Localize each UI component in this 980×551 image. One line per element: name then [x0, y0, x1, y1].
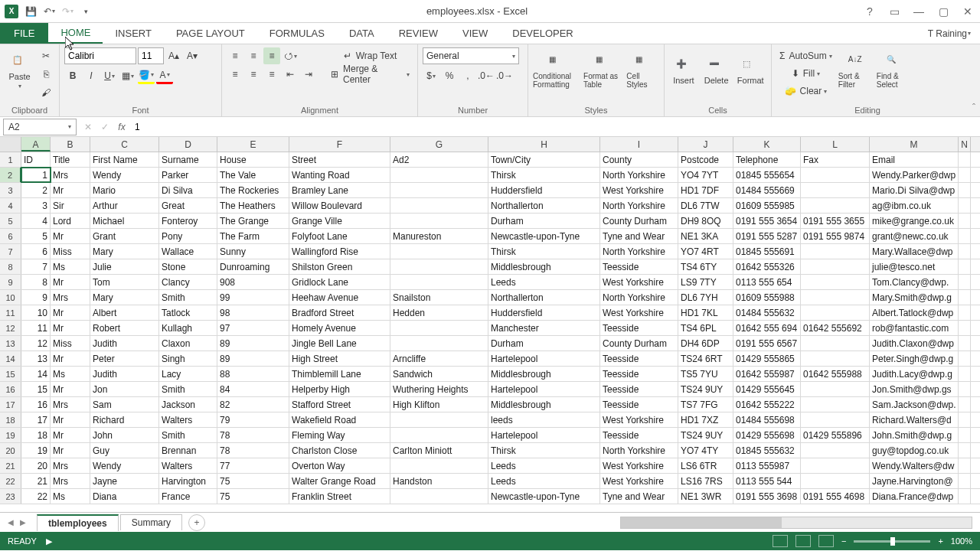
orientation-icon[interactable]: ⭯▾: [282, 47, 299, 64]
cell[interactable]: Tom: [90, 275, 159, 289]
cell[interactable]: [801, 351, 870, 366]
cell[interactable]: Postcode: [678, 152, 733, 167]
maximize-icon[interactable]: ▢: [936, 4, 951, 19]
increase-indent-icon[interactable]: ⇥: [300, 66, 317, 83]
cell[interactable]: Tatlock: [159, 305, 217, 320]
cell[interactable]: 01484 555698: [733, 412, 801, 427]
cell[interactable]: 2: [21, 183, 51, 197]
cell[interactable]: Wendy: [90, 168, 159, 182]
row-header[interactable]: 11: [0, 305, 21, 320]
cell[interactable]: 01609 555988: [733, 290, 801, 305]
row-header[interactable]: 15: [0, 367, 21, 381]
cell[interactable]: Mrs: [51, 168, 90, 182]
cell[interactable]: County Durham: [600, 336, 678, 350]
cell[interactable]: [390, 321, 488, 335]
cell[interactable]: Teesside: [600, 382, 678, 396]
row-header[interactable]: 8: [0, 259, 21, 274]
page-layout-view-icon[interactable]: [795, 535, 811, 547]
collapse-ribbon-icon[interactable]: ˆ: [972, 103, 975, 113]
cell[interactable]: West Yorkshire: [600, 474, 678, 488]
cell[interactable]: Teesside: [600, 351, 678, 366]
percent-format-icon[interactable]: %: [441, 67, 458, 84]
cell[interactable]: Mrs: [51, 458, 90, 473]
cell[interactable]: [959, 443, 971, 458]
cell[interactable]: Grange Ville: [289, 214, 390, 228]
cell[interactable]: Homely Avenue: [289, 321, 390, 335]
cell[interactable]: [959, 259, 971, 274]
cell[interactable]: 79: [217, 412, 289, 427]
cell[interactable]: Jingle Bell Lane: [289, 336, 390, 350]
cell[interactable]: Harvington: [159, 474, 217, 488]
cell[interactable]: TS24 6RT: [678, 351, 733, 366]
cell[interactable]: 01845 555654: [733, 168, 801, 182]
copy-icon[interactable]: ⎘: [38, 66, 54, 83]
cell[interactable]: 21: [21, 474, 51, 488]
cell[interactable]: 0191 555 3655: [801, 214, 870, 228]
cell[interactable]: 88: [217, 367, 289, 381]
bold-button[interactable]: B: [64, 67, 81, 84]
cell[interactable]: Dunroaming: [217, 259, 289, 274]
cell[interactable]: John.Smith@dwp.g: [870, 428, 959, 442]
row-header[interactable]: 9: [0, 275, 21, 289]
cell[interactable]: Teesside: [600, 367, 678, 381]
cell[interactable]: 908: [217, 275, 289, 289]
cell[interactable]: [801, 336, 870, 350]
zoom-out-icon[interactable]: −: [841, 536, 846, 546]
cell[interactable]: Leeds: [488, 275, 600, 289]
column-header[interactable]: L: [801, 137, 870, 152]
cell[interactable]: NE1 3WR: [678, 489, 733, 504]
cell[interactable]: 22: [21, 489, 51, 504]
cell[interactable]: [959, 275, 971, 289]
cell[interactable]: Thirsk: [488, 443, 600, 458]
cell[interactable]: 13: [21, 351, 51, 366]
fx-icon[interactable]: fx: [113, 122, 130, 132]
cell[interactable]: HD1 7XZ: [678, 412, 733, 427]
cell[interactable]: Ms: [51, 489, 90, 504]
cell[interactable]: 20: [21, 458, 51, 473]
cell[interactable]: Street: [289, 152, 390, 167]
cell[interactable]: 77: [217, 458, 289, 473]
row-header[interactable]: 4: [0, 198, 21, 213]
cell[interactable]: guy@topdog.co.uk: [870, 443, 959, 458]
cell[interactable]: Judith.Lacy@dwp.g: [870, 367, 959, 381]
cell[interactable]: Mary.Wallace@dwp: [870, 244, 959, 259]
cell[interactable]: Stafford Street: [289, 397, 390, 412]
cell[interactable]: The Grange: [217, 214, 289, 228]
cell[interactable]: 75: [217, 489, 289, 504]
cell[interactable]: County Durham: [600, 214, 678, 228]
cell[interactable]: Jackson: [159, 397, 217, 412]
cell[interactable]: Hartelepool: [488, 351, 600, 366]
cell[interactable]: [390, 412, 488, 427]
cell[interactable]: 01484 555632: [733, 305, 801, 320]
cell[interactable]: Peter.Singh@dwp.g: [870, 351, 959, 366]
column-header[interactable]: J: [678, 137, 733, 152]
ribbon-options-icon[interactable]: ▭: [887, 4, 902, 19]
cell[interactable]: 01642 555692: [801, 321, 870, 335]
cell[interactable]: 4: [21, 214, 51, 228]
cell[interactable]: Mr: [51, 428, 90, 442]
cell[interactable]: Snailston: [390, 290, 488, 305]
cell[interactable]: Jon.Smith@dwp.gs: [870, 382, 959, 396]
cell[interactable]: Tom.Clancy@dwp.: [870, 275, 959, 289]
cell[interactable]: LS9 7TY: [678, 275, 733, 289]
cell[interactable]: [959, 367, 971, 381]
cell[interactable]: Wallace: [159, 244, 217, 259]
cell[interactable]: Teesside: [600, 259, 678, 274]
cell[interactable]: Fax: [801, 152, 870, 167]
cell[interactable]: Franklin Street: [289, 489, 390, 504]
cell[interactable]: Arncliffe: [390, 351, 488, 366]
delete-cells-button[interactable]: ➖Delete: [701, 47, 732, 96]
tab-home[interactable]: HOME: [48, 23, 103, 44]
cell[interactable]: 97: [217, 321, 289, 335]
cell[interactable]: [959, 382, 971, 396]
row-header[interactable]: 12: [0, 321, 21, 335]
cell[interactable]: 84: [217, 382, 289, 396]
cell[interactable]: [801, 275, 870, 289]
name-box[interactable]: A2▾: [3, 119, 77, 135]
column-header[interactable]: K: [733, 137, 801, 152]
sheet-nav-next-icon[interactable]: ▶: [20, 518, 26, 527]
row-header[interactable]: 17: [0, 397, 21, 412]
cell[interactable]: Clancy: [159, 275, 217, 289]
column-header[interactable]: N: [959, 137, 971, 152]
cell[interactable]: West Yorkshire: [600, 458, 678, 473]
